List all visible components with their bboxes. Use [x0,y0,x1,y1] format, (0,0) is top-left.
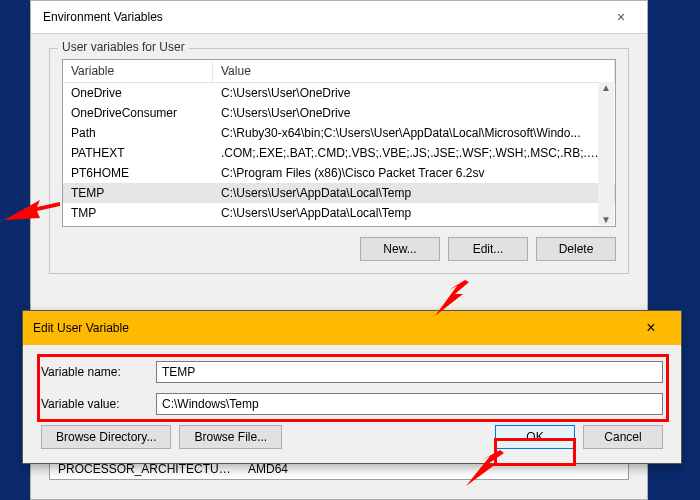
table-row[interactable]: PT6HOMEC:\Program Files (x86)\Cisco Pack… [63,163,615,183]
col-variable[interactable]: Variable [63,60,213,82]
cell-value: .COM;.EXE;.BAT;.CMD;.VBS;.VBE;.JS;.JSE;.… [213,144,615,162]
cancel-button[interactable]: Cancel [583,425,663,449]
cell-variable: OneDriveConsumer [63,104,213,122]
cell-value: C:\Users\User\AppData\Local\Temp [213,184,615,202]
variable-name-label: Variable name: [41,365,156,379]
table-row[interactable]: TMPC:\Users\User\AppData\Local\Temp [63,203,615,223]
cell-variable: PATHEXT [63,144,213,162]
new-button[interactable]: New... [360,237,440,261]
child-titlebar[interactable]: Edit User Variable × [23,311,681,345]
cell-value: C:\Program Files (x86)\Cisco Packet Trac… [213,164,615,182]
cell-value: C:\Users\User\OneDrive [213,104,615,122]
user-variables-list[interactable]: Variable Value OneDriveC:\Users\User\One… [62,59,616,227]
parent-title: Environment Variables [43,10,163,24]
col-value[interactable]: Value [213,60,615,82]
cell-variable: TMP [63,204,213,222]
close-icon[interactable]: × [607,7,635,27]
cell-value: C:\Users\User\OneDrive [213,84,615,102]
table-row[interactable]: OneDriveC:\Users\User\OneDrive [63,83,615,103]
cell-variable: PT6HOME [63,164,213,182]
browse-file-button[interactable]: Browse File... [179,425,282,449]
table-row[interactable]: TEMPC:\Users\User\AppData\Local\Temp [63,183,615,203]
table-row[interactable]: PATHEXT.COM;.EXE;.BAT;.CMD;.VBS;.VBE;.JS… [63,143,615,163]
ok-button[interactable]: OK [495,425,575,449]
user-variables-group-label: User variables for User [58,40,189,54]
scrollbar[interactable]: ▲▼ [598,82,614,225]
cell-variable: TEMP [63,184,213,202]
close-icon[interactable]: × [631,317,671,339]
cell-value: C:\Ruby30-x64\bin;C:\Users\User\AppData\… [213,124,615,142]
child-title: Edit User Variable [33,321,129,335]
browse-directory-button[interactable]: Browse Directory... [41,425,171,449]
table-row[interactable]: PathC:\Ruby30-x64\bin;C:\Users\User\AppD… [63,123,615,143]
variable-value-label: Variable value: [41,397,156,411]
variable-value-input[interactable] [156,393,663,415]
list-header[interactable]: Variable Value [63,60,615,83]
parent-titlebar[interactable]: Environment Variables × [31,1,647,34]
cell-variable: Path [63,124,213,142]
edit-user-variable-dialog: Edit User Variable × Variable name: Vari… [22,310,682,464]
table-row[interactable]: OneDriveConsumerC:\Users\User\OneDrive [63,103,615,123]
edit-button[interactable]: Edit... [448,237,528,261]
variable-name-input[interactable] [156,361,663,383]
delete-button[interactable]: Delete [536,237,616,261]
user-variables-group: User variables for User Variable Value O… [49,48,629,274]
cell-value: C:\Users\User\AppData\Local\Temp [213,204,615,222]
cell-variable: OneDrive [63,84,213,102]
